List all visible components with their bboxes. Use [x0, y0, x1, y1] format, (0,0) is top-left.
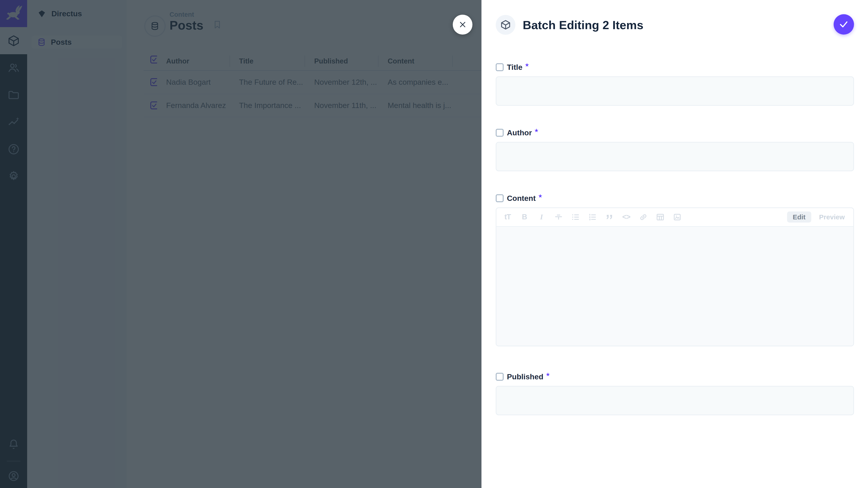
field-author: Author ★ — [496, 129, 854, 171]
field-label-row: Published ★ — [496, 373, 854, 381]
required-icon: ★ — [546, 371, 550, 378]
required-icon: ★ — [534, 127, 539, 133]
field-enable-checkbox[interactable] — [496, 373, 504, 381]
drawer-overlay[interactable] — [0, 0, 482, 488]
editor-text-area[interactable] — [496, 227, 853, 346]
field-label: Author — [507, 128, 532, 137]
check-icon — [839, 19, 849, 29]
field-label: Content — [507, 194, 536, 203]
table-icon[interactable] — [655, 213, 665, 222]
italic-icon[interactable]: I — [536, 213, 547, 221]
field-label-row: Content ★ — [496, 194, 854, 202]
image-icon[interactable] — [672, 213, 682, 222]
close-icon — [458, 20, 467, 29]
field-published: Published ★ — [496, 373, 854, 415]
drawer-title: Batch Editing 2 Items — [523, 18, 644, 32]
box-icon — [500, 20, 511, 30]
blockquote-icon[interactable] — [604, 213, 614, 222]
bullet-list-icon[interactable] — [570, 213, 581, 222]
drawer-title-icon-circle — [496, 15, 516, 35]
field-content: Content ★ tT B I — [496, 194, 854, 346]
directus-app: Directus Posts — [0, 0, 868, 488]
link-icon[interactable] — [638, 213, 648, 222]
field-label-row: Author ★ — [496, 129, 854, 137]
field-enable-checkbox[interactable] — [496, 129, 504, 137]
batch-edit-drawer: Batch Editing 2 Items Title ★ — [482, 0, 868, 488]
field-enable-checkbox[interactable] — [496, 63, 504, 71]
editor-mode-tabs: Edit Preview — [787, 212, 845, 223]
close-button[interactable] — [453, 15, 473, 35]
heading-icon[interactable]: tT — [502, 213, 513, 221]
field-enable-checkbox[interactable] — [496, 194, 504, 202]
required-icon: ★ — [538, 193, 542, 199]
published-input[interactable] — [496, 386, 854, 415]
drawer-header: Batch Editing 2 Items — [482, 0, 868, 50]
editor-toolbar: tT B I — [496, 208, 853, 227]
strikethrough-icon[interactable] — [553, 213, 563, 222]
field-title: Title ★ — [496, 63, 854, 106]
field-label: Title — [507, 63, 523, 72]
save-button[interactable] — [834, 14, 854, 35]
tab-preview[interactable]: Preview — [819, 213, 845, 221]
required-icon: ★ — [525, 62, 529, 68]
markdown-editor: tT B I — [496, 207, 854, 346]
title-input[interactable] — [496, 76, 854, 106]
numbered-list-icon[interactable] — [587, 213, 597, 222]
tab-edit[interactable]: Edit — [787, 212, 811, 223]
bold-icon[interactable]: B — [520, 213, 530, 221]
drawer-body: Title ★ Author ★ Content ★ — [482, 50, 868, 415]
field-label: Published — [507, 372, 544, 381]
field-label-row: Title ★ — [496, 63, 854, 71]
author-input[interactable] — [496, 142, 854, 171]
code-icon[interactable]: <> — [621, 213, 631, 221]
